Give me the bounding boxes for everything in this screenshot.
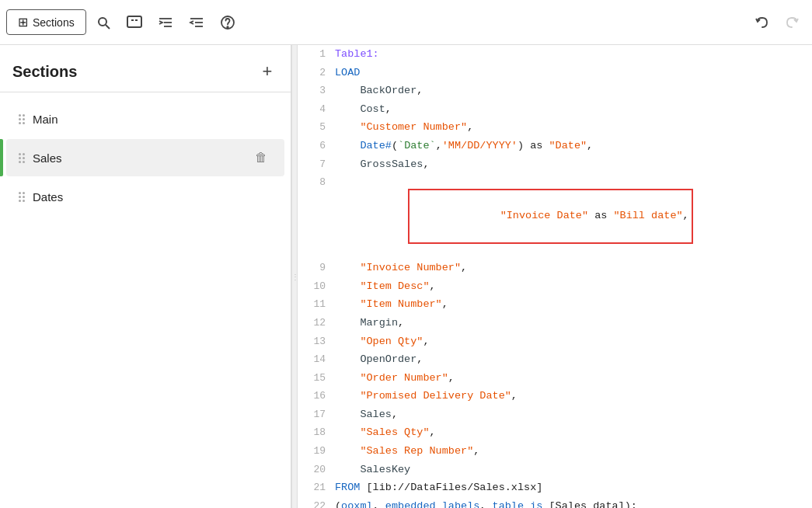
line-number: 8 xyxy=(298,173,335,259)
sidebar-header: Sections + xyxy=(0,45,291,92)
line-number: 12 xyxy=(298,314,335,332)
table-row: 12 Margin, xyxy=(298,314,812,332)
line-number: 7 xyxy=(298,155,335,174)
sidebar-items: Main 🗑 Sales 🗑 xyxy=(0,92,291,508)
drag-handle-sales xyxy=(19,153,25,163)
help-icon xyxy=(220,15,235,30)
code-table: 1 Table1: 2 LOAD 3 BackOrder, 4 Cost, xyxy=(298,45,812,508)
undo-button[interactable] xyxy=(748,9,776,37)
line-code: "Sales Qty", xyxy=(335,423,812,442)
table-row: 11 "Item Number", xyxy=(298,295,812,314)
table-row: 15 "Order Number", xyxy=(298,369,812,388)
sections-button-label: Sections xyxy=(33,16,75,29)
line-number: 11 xyxy=(298,295,335,314)
line-code: "Order Number", xyxy=(335,369,812,388)
table-row: 4 Cost, xyxy=(298,100,812,119)
table-row: 9 "Invoice Number", xyxy=(298,259,812,277)
add-section-button[interactable]: + xyxy=(256,61,278,82)
line-code: "Sales Rep Number", xyxy=(335,442,812,461)
line-code: Cost, xyxy=(335,100,812,119)
table-row: 8 "Invoice Date" as "Bill date", xyxy=(298,173,812,259)
section-label-dates: Dates xyxy=(33,190,242,204)
line-code: SalesKey xyxy=(335,461,812,479)
sidebar-item-sales[interactable]: Sales 🗑 xyxy=(6,139,284,176)
undo-redo-group xyxy=(748,9,806,37)
section-label-sales: Sales xyxy=(33,151,242,165)
line-number: 10 xyxy=(298,277,335,296)
table-row: 7 GrossSales, xyxy=(298,155,812,174)
table-row: 20 SalesKey xyxy=(298,461,812,479)
line-code: "Open Qty", xyxy=(335,332,812,351)
line-number: 14 xyxy=(298,350,335,369)
indent-in-icon xyxy=(158,16,173,30)
table-row: 13 "Open Qty", xyxy=(298,332,812,351)
table-row: 3 BackOrder, xyxy=(298,82,812,100)
line-code: "Item Number", xyxy=(335,295,812,314)
line-number: 4 xyxy=(298,100,335,119)
table-row: 17 Sales, xyxy=(298,405,812,424)
line-code-highlighted: "Invoice Date" as "Bill date", xyxy=(335,173,812,259)
table-row: 6 Date#(`Date`,'MM/DD/YYYY') as "Date", xyxy=(298,137,812,155)
line-code: Margin, xyxy=(335,314,812,332)
table-row: 21 FROM [lib://DataFiles/Sales.xlsx] xyxy=(298,478,812,497)
main-area: Sections + Main 🗑 xyxy=(0,45,812,508)
line-code: Table1: xyxy=(335,45,812,64)
table-row: 5 "Customer Number", xyxy=(298,118,812,137)
redo-button[interactable] xyxy=(778,9,806,37)
comment-button[interactable] xyxy=(120,9,148,37)
line-number: 3 xyxy=(298,82,335,100)
line-code: "Promised Delivery Date", xyxy=(335,387,812,405)
line-code: FROM [lib://DataFiles/Sales.xlsx] xyxy=(335,478,812,497)
help-button[interactable] xyxy=(214,9,242,37)
line-number: 6 xyxy=(298,137,335,155)
line-number: 13 xyxy=(298,332,335,351)
sidebar-item-main[interactable]: Main 🗑 xyxy=(6,100,284,137)
redo-icon xyxy=(784,15,800,30)
line-number: 2 xyxy=(298,64,335,82)
table-row: 2 LOAD xyxy=(298,64,812,82)
table-row: 14 OpenOrder, xyxy=(298,350,812,369)
line-code: OpenOrder, xyxy=(335,350,812,369)
line-code: LOAD xyxy=(335,64,812,82)
resize-handle[interactable]: ⋮ xyxy=(291,45,298,508)
sidebar-title: Sections xyxy=(12,63,77,81)
line-number: 18 xyxy=(298,423,335,442)
line-code: GrossSales, xyxy=(335,155,812,174)
code-editor[interactable]: 1 Table1: 2 LOAD 3 BackOrder, 4 Cost, xyxy=(298,45,812,508)
delete-sales-button[interactable]: 🗑 xyxy=(250,147,272,169)
sections-button[interactable]: ⊞ Sections xyxy=(6,9,86,35)
line-number: 9 xyxy=(298,259,335,277)
drag-handle-dates xyxy=(19,192,25,202)
line-number: 5 xyxy=(298,118,335,137)
line-number: 15 xyxy=(298,369,335,388)
table-row: 18 "Sales Qty", xyxy=(298,423,812,442)
indent-in-button[interactable] xyxy=(152,9,179,37)
line-code: Date#(`Date`,'MM/DD/YYYY') as "Date", xyxy=(335,137,812,155)
section-label-main: Main xyxy=(33,113,242,126)
table-row: 22 (ooxml, embedded labels, table is [Sa… xyxy=(298,497,812,508)
line-number: 17 xyxy=(298,405,335,424)
svg-line-1 xyxy=(106,25,110,29)
table-row: 16 "Promised Delivery Date", xyxy=(298,387,812,405)
line-code: BackOrder, xyxy=(335,82,812,100)
svg-rect-2 xyxy=(127,16,141,27)
search-icon xyxy=(96,16,110,30)
line-code: "Item Desc", xyxy=(335,277,812,296)
panel-icon: ⊞ xyxy=(18,15,28,30)
resize-dots-icon: ⋮ xyxy=(291,273,298,281)
line-code: (ooxml, embedded labels, table is [Sales… xyxy=(335,497,812,508)
sidebar-item-dates[interactable]: Dates 🗑 xyxy=(6,178,284,215)
sidebar: Sections + Main 🗑 xyxy=(0,45,291,508)
table-row: 10 "Item Desc", xyxy=(298,277,812,296)
table-row: 1 Table1: xyxy=(298,45,812,64)
table-row: 19 "Sales Rep Number", xyxy=(298,442,812,461)
search-button[interactable] xyxy=(89,9,117,37)
line-number: 1 xyxy=(298,45,335,64)
indent-out-button[interactable] xyxy=(183,9,211,37)
line-code: "Invoice Number", xyxy=(335,259,812,277)
comment-icon xyxy=(127,16,142,30)
svg-point-0 xyxy=(99,18,106,26)
line-code: "Customer Number", xyxy=(335,118,812,137)
toolbar: ⊞ Sections xyxy=(0,0,812,45)
drag-handle-main xyxy=(19,114,25,124)
